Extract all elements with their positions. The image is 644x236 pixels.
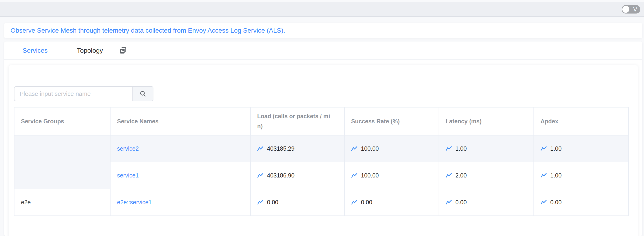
service-link[interactable]: e2e::service1 <box>117 199 152 206</box>
metric-load: 0.00 <box>257 199 340 206</box>
metric-success-rate: 100.00 <box>351 145 434 152</box>
metric-apdex: 1.00 <box>540 145 624 152</box>
trend-line-icon <box>540 173 547 178</box>
tab-bar: Services Topology <box>4 42 642 60</box>
header-service-groups: Service Groups <box>14 107 110 135</box>
table-row: e2e e2e::service1 0.00 0.00 0.00 <box>14 189 628 216</box>
tab-services[interactable]: Services <box>22 47 48 54</box>
metric-success-rate: 100.00 <box>351 172 434 179</box>
top-bar: V <box>0 2 644 17</box>
header-service-names: Service Names <box>110 107 250 135</box>
main-panel: Services Topology <box>4 42 642 236</box>
search-input[interactable] <box>14 86 132 101</box>
trend-line-icon <box>446 173 452 178</box>
metric-latency: 2.00 <box>446 172 529 179</box>
trend-line-icon <box>351 173 358 178</box>
trend-line-icon <box>351 146 358 152</box>
trend-line-icon <box>257 173 264 178</box>
metric-latency: 0.00 <box>446 199 529 206</box>
documents-button[interactable] <box>119 47 126 54</box>
metric-apdex: 0.00 <box>540 199 624 206</box>
table-header-row: Service Groups Service Names Load (calls… <box>14 107 628 135</box>
services-table: Service Groups Service Names Load (calls… <box>14 107 629 216</box>
trend-line-icon <box>446 200 452 205</box>
card-header <box>9 65 638 78</box>
trend-line-icon <box>351 200 358 205</box>
toggle-label: V <box>630 5 640 14</box>
group-cell: e2e <box>14 189 110 216</box>
metric-load: 403186.90 <box>257 172 340 179</box>
search-button[interactable] <box>132 86 154 101</box>
header-latency: Latency (ms) <box>439 107 534 135</box>
search-row <box>14 86 638 101</box>
services-card: Service Groups Service Names Load (calls… <box>9 65 638 236</box>
table-row: service2 403185.29 100.00 1.00 1 <box>14 135 628 162</box>
toggle-knob-icon <box>622 6 629 13</box>
metric-apdex: 1.00 <box>540 172 624 179</box>
search-icon <box>140 90 146 97</box>
header-load: Load (calls or packets / min) <box>250 107 344 135</box>
banner: Observe Service Mesh through telemetry d… <box>4 23 642 38</box>
card-body: Service Groups Service Names Load (calls… <box>9 78 638 216</box>
metric-load: 403185.29 <box>257 145 340 152</box>
version-toggle[interactable]: V <box>622 5 640 14</box>
trend-line-icon <box>257 146 264 152</box>
trend-line-icon <box>257 200 264 205</box>
trend-line-icon <box>540 200 547 205</box>
tab-topology[interactable]: Topology <box>77 47 103 54</box>
documents-icon <box>119 47 126 54</box>
service-link[interactable]: service2 <box>117 145 139 152</box>
header-apdex: Apdex <box>534 107 628 135</box>
trend-line-icon <box>446 146 452 152</box>
metric-latency: 1.00 <box>446 145 529 152</box>
trend-line-icon <box>540 146 547 152</box>
metric-success-rate: 0.00 <box>351 199 434 206</box>
header-success-rate: Success Rate (%) <box>344 107 439 135</box>
group-cell <box>14 135 110 189</box>
banner-text: Observe Service Mesh through telemetry d… <box>10 27 285 34</box>
service-link[interactable]: service1 <box>117 172 139 179</box>
